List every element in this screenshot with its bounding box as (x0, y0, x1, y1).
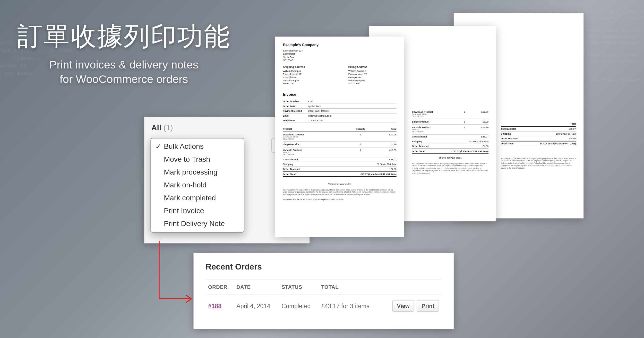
invoice-total-row: Shipping£9.00 via Flat Rate (412, 139, 488, 144)
invoice-total-row: Cart Subtotal£38.97 (412, 135, 488, 139)
th-status: STATUS (279, 280, 319, 294)
recent-orders-panel: Recent Orders ORDER DATE STATUS TOTAL #1… (194, 253, 454, 329)
arrow-icon (151, 239, 198, 312)
invoice-product-row: Download ProductDownload: 3 FilesSKU: PI… (283, 132, 397, 142)
filter-all[interactable]: All (151, 123, 161, 132)
invoice-total-row: Order Discount-£4.80 (283, 167, 397, 171)
dropdown-item-trash[interactable]: Move to Trash (151, 153, 244, 166)
invoice-total-row: Shipping£9.00 via Flat Rate (501, 132, 576, 136)
hero-title: 訂單收據列印功能 Print invoices & delivery notes… (17, 19, 230, 87)
order-total: £43.17 for 3 items (319, 295, 380, 317)
invoice-total-row: Order Total£43.17 (includes £4.49 VAT 20… (412, 149, 488, 154)
dropdown-item-processing[interactable]: Mark processing (151, 166, 244, 179)
invoice-total-row: Cart Subtotal£38.97 (283, 157, 397, 162)
dropdown-item-onhold[interactable]: Mark on-hold (151, 179, 244, 192)
invoice-thanks: Thanks for your order. (283, 183, 397, 185)
invoice-meta-row: Order DateApril 4, 2014 (283, 104, 397, 109)
order-date: April 4, 2014 (234, 295, 279, 317)
bulk-actions-dropdown[interactable]: Bulk Actions Move to Trash Mark processi… (151, 138, 244, 232)
invoice-company: Example's Company (283, 42, 397, 47)
invoice-title: Invoice (283, 92, 397, 97)
invoice-product-row: Variable ProductSize: MSKU: PW506 1 £19.… (412, 125, 488, 134)
dropdown-item-print-invoice[interactable]: Print Invoice (151, 205, 244, 218)
dropdown-item-completed[interactable]: Mark completed (151, 192, 244, 205)
view-button[interactable]: View (392, 300, 414, 312)
order-status: Completed (279, 295, 319, 317)
invoice-footer: Telephone: +12 345 67 89 – Email: info@e… (283, 198, 397, 200)
invoice-total-row: Order Discount-£4.80 (501, 136, 576, 141)
invoice-product-row: Variable ProductSize: MSKU: PW506 1 £19.… (283, 147, 397, 157)
orders-table: ORDER DATE STATUS TOTAL #188 April 4, 20… (205, 280, 442, 317)
invoice-from-address: Examplestreet 123ExampletonNorth-SeaNE12… (283, 49, 397, 62)
invoice-total-row: Order Total£43.17 (includes £4.49 VAT 20… (283, 171, 397, 177)
th-order: ORDER (205, 280, 234, 294)
invoice-product-row: Simple Product 1 £5.99 (283, 142, 397, 148)
dropdown-item-print-delivery[interactable]: Print Delivery Note (151, 218, 244, 230)
th-date: DATE (234, 280, 279, 294)
table-row: #188 April 4, 2014 Completed £43.17 for … (205, 295, 442, 317)
filter-all-count: (1) (164, 123, 173, 132)
invoice-total-row: Cart Subtotal£38.97 (501, 127, 576, 132)
invoice-total-row: Order Total£43.17 (includes £4.49 VAT 20… (501, 141, 576, 146)
dropdown-item-bulk-actions[interactable]: Bulk Actions (151, 140, 244, 153)
billing-address: William ExamplisExamplestreet 17Examples… (348, 70, 397, 85)
invoice-doc-1: Example's Company Examplestreet 123Examp… (275, 37, 404, 237)
invoice-meta-row: Payment MethodDirect Bank Transfer (283, 109, 397, 113)
order-link[interactable]: #188 (208, 302, 221, 309)
invoice-product-row: Download ProductDownload: 3 FilesSKU: PI… (412, 109, 488, 119)
th-total: TOTAL (319, 280, 380, 294)
print-button[interactable]: Print (417, 300, 439, 312)
invoice-meta-row: Order Number#188 (283, 99, 397, 104)
invoice-meta-row: Telephone012 345 67 89 (283, 118, 397, 123)
invoice-total-row: Shipping£9.00 via Flat Rate (283, 162, 397, 167)
invoice-product-row: Simple Product 1 £5.99 (412, 119, 488, 125)
invoice-total-row: Order Discount-£4.80 (412, 144, 488, 149)
hero-title-en: Print invoices & delivery notes for WooC… (17, 58, 230, 87)
hero-title-cn: 訂單收據列印功能 (17, 19, 230, 54)
shipping-address: William ExamplisExamplestreet 17Examples… (283, 70, 331, 85)
recent-orders-heading: Recent Orders (205, 262, 442, 272)
invoice-fine-print: You may return the unused item in its or… (283, 189, 397, 196)
invoice-meta-row: Emailwilliam@example.com (283, 114, 397, 118)
